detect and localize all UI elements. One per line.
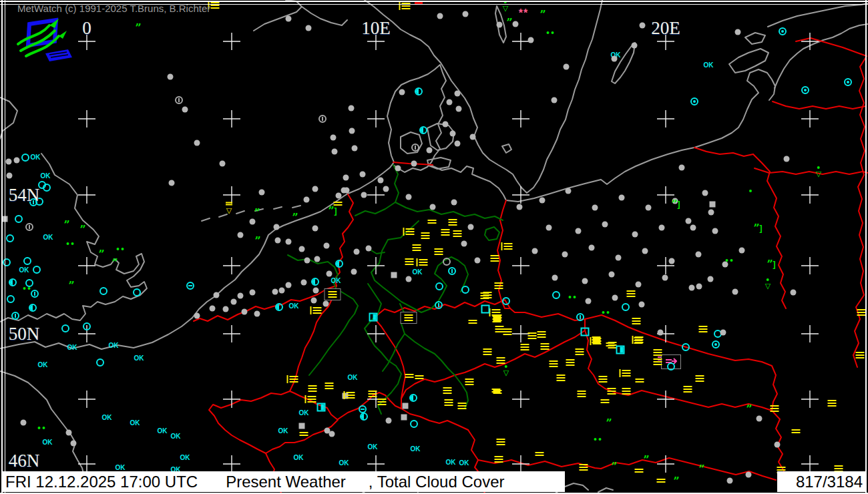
green-dot-pair-icon — [117, 248, 124, 250]
station-overcast-gray-dot-icon — [528, 37, 534, 43]
station-overcast-gray-dot-icon — [746, 472, 752, 478]
ok-clear-label-icon: OK — [704, 61, 714, 69]
shower-triangle-icon: ▽ — [816, 166, 821, 178]
fog-symbol-icon — [699, 326, 708, 332]
station-overcast-gray-dot-icon — [378, 178, 384, 184]
station-overcast-gray-dot-icon — [210, 306, 216, 312]
station-overcast-gray-dot-icon — [592, 205, 598, 211]
clear-sky-circle-icon — [133, 288, 141, 296]
station-gray-square-icon — [710, 202, 716, 208]
fog-symbol-icon — [481, 292, 489, 299]
station-overcast-gray-dot-icon — [223, 306, 229, 312]
station-gray-square-icon — [299, 423, 305, 429]
magenta-wind-barb-icon — [657, 354, 669, 364]
snow-symbol-icon: ** — [519, 7, 528, 19]
ok-clear-label-icon: OK — [31, 154, 41, 161]
station-overcast-gray-dot-icon — [383, 186, 389, 192]
station-overcast-gray-dot-icon — [169, 180, 175, 186]
clear-sky-circle-icon — [3, 258, 11, 266]
station-overcast-gray-dot-icon — [352, 146, 358, 152]
drizzle-symbol-icon: ” — [79, 223, 85, 236]
half-filled-circle-icon — [335, 260, 343, 268]
station-overcast-gray-dot-icon — [658, 330, 664, 336]
fog-symbol-with-bar-icon — [489, 308, 501, 316]
clear-sky-circle-icon — [435, 282, 443, 290]
station-overcast-gray-dot-icon — [552, 97, 558, 103]
station-overcast-gray-dot-icon — [361, 192, 367, 198]
window-frame-right — [865, 0, 867, 494]
station-overcast-gray-dot-icon — [455, 141, 461, 147]
drizzle-bracket-symbol-icon: ”] — [671, 198, 680, 210]
fog-symbol-with-bar-icon — [403, 228, 415, 236]
green-dot-pair-icon — [726, 259, 733, 262]
drizzle-symbol-icon: ” — [68, 279, 74, 292]
station-gray-square-icon — [401, 415, 407, 421]
station-overcast-gray-dot-icon — [312, 226, 318, 232]
metwatch-window: ”▽**””OKOKOKOKOK”””””OKOKOKOKOK””””]▽OKO… — [0, 0, 868, 494]
clear-sky-circle-icon — [43, 184, 51, 192]
clear-sky-circle-icon — [38, 181, 46, 189]
station-overcast-gray-dot-icon — [602, 222, 608, 228]
station-overcast-gray-dot-icon — [238, 232, 244, 238]
fog-symbol-icon — [497, 357, 505, 364]
station-overcast-gray-dot-icon — [238, 293, 244, 299]
mist-symbol-icon — [493, 390, 502, 394]
ok-clear-label-icon: OK — [331, 277, 341, 284]
fog-symbol-icon — [491, 255, 499, 262]
shower-triangle-icon: ▽ — [503, 365, 509, 377]
station-overcast-gray-dot-icon — [619, 195, 625, 201]
fog-symbol-icon — [483, 292, 492, 298]
fog-symbol-icon — [493, 316, 501, 322]
station-overcast-gray-dot-icon — [406, 276, 412, 282]
half-filled-circle-icon — [409, 394, 417, 402]
station-overcast-gray-dot-icon — [475, 258, 481, 264]
station-overcast-gray-dot-icon — [690, 225, 696, 231]
mist-symbol-icon — [635, 469, 644, 473]
half-filled-circle-icon — [29, 304, 37, 312]
station-overcast-gray-dot-icon — [279, 288, 285, 294]
clear-sky-circle-icon — [25, 279, 33, 287]
fog-symbol-icon — [497, 439, 505, 445]
gray-circle-with-bar-icon — [411, 144, 419, 152]
circle-with-bar-icon — [435, 301, 443, 309]
frame-counter: 817/3184 — [777, 471, 866, 492]
drizzle-symbol-icon: ” — [63, 218, 69, 231]
mist-symbol-icon — [405, 374, 414, 378]
station-overcast-gray-dot-icon — [427, 148, 433, 154]
station-overcast-gray-dot-icon — [443, 121, 449, 128]
ok-clear-label-icon: OK — [413, 268, 423, 276]
clear-sky-circle-icon — [23, 257, 31, 265]
fog-symbol-icon — [599, 376, 608, 383]
station-overcast-gray-dot-icon — [552, 275, 558, 281]
station-overcast-gray-dot-icon — [336, 193, 342, 199]
station-overcast-gray-dot-icon — [497, 22, 503, 28]
fog-symbol-with-bar-icon — [310, 306, 322, 314]
fog-symbol-with-bar-icon — [399, 2, 411, 10]
green-dot-pair-icon — [38, 427, 45, 429]
ok-clear-label-icon: OK — [130, 419, 140, 427]
ok-clear-label-icon: OK — [180, 454, 190, 461]
station-overcast-gray-dot-icon — [341, 188, 347, 194]
station-overcast-gray-dot-icon — [662, 275, 668, 281]
circle-with-dot-icon — [801, 86, 809, 94]
fog-symbol-icon — [550, 360, 558, 367]
station-overcast-gray-dot-icon — [447, 99, 453, 105]
station-overcast-gray-dot-icon — [399, 89, 405, 95]
cyan-square-half-filled-icon — [616, 346, 625, 354]
fog-symbol-with-bar-icon — [620, 369, 631, 377]
station-overcast-gray-dot-icon — [463, 11, 469, 17]
fog-symbol-icon — [413, 244, 421, 251]
station-overcast-gray-dot-icon — [344, 188, 350, 194]
mist-symbol-icon — [334, 202, 343, 206]
station-overcast-gray-dot-icon — [274, 224, 280, 230]
fog-symbol-with-bar-icon — [632, 336, 644, 344]
ok-clear-label-icon: OK — [348, 374, 358, 381]
circle-with-bar-icon — [29, 198, 37, 206]
fog-symbol-icon — [634, 337, 643, 344]
station-overcast-gray-dot-icon — [450, 131, 456, 137]
green-dot-icon — [749, 190, 752, 192]
drizzle-symbol-icon: ” — [112, 256, 118, 269]
station-overcast-gray-dot-icon — [395, 166, 401, 172]
station-overcast-gray-dot-icon — [775, 442, 781, 448]
half-filled-circle-icon — [311, 278, 319, 286]
